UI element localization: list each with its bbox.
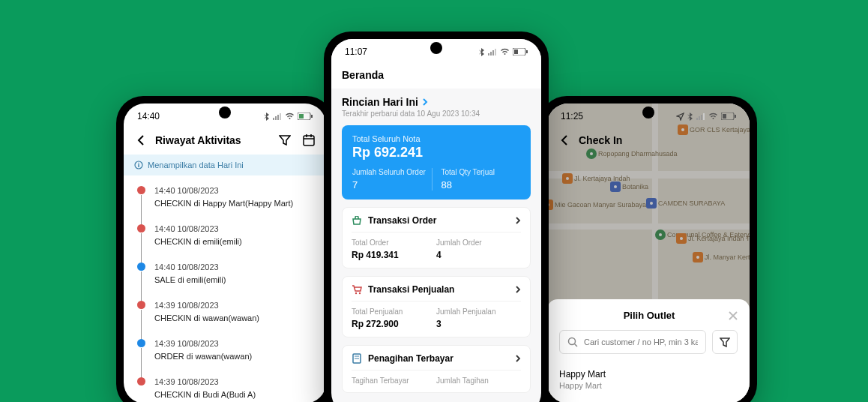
- summary-card: Total Seluruh Nota Rp 692.241 Jumlah Sel…: [342, 125, 531, 200]
- timeline-time: 14:40 10/08/2023: [154, 261, 226, 274]
- timeline-time: 14:40 10/08/2023: [154, 223, 242, 236]
- svg-rect-13: [138, 164, 139, 167]
- calendar-icon[interactable]: [302, 134, 316, 147]
- signal-icon: [696, 113, 705, 120]
- bluetooth-icon: [264, 112, 270, 121]
- chevron-right-icon: [516, 217, 521, 224]
- card-col1-label: Total Penjualan: [352, 308, 436, 316]
- svg-rect-36: [699, 116, 700, 120]
- card-title: Transaksi Order: [368, 215, 510, 226]
- phone-activity-history: 14:40 Riwayat Aktivitas: [116, 96, 334, 402]
- timeline-desc: SALE di emili(emili): [154, 274, 226, 286]
- info-banner: Menampilkan data Hari Ini: [124, 154, 326, 176]
- timeline-dot-icon: [137, 262, 145, 271]
- timeline-time: 14:39 10/08/2023: [154, 299, 259, 312]
- filter-button[interactable]: [712, 330, 738, 354]
- section-title: Rincian Hari Ini: [342, 96, 418, 108]
- timeline-desc: CHECKIN di Budi A(Budi A): [154, 388, 256, 401]
- battery-icon: [298, 112, 313, 120]
- summary-col1-label: Jumlah Seluruh Order: [352, 168, 432, 176]
- timeline-dot-icon: [137, 186, 145, 194]
- svg-rect-15: [490, 52, 492, 56]
- search-box[interactable]: [559, 330, 706, 354]
- svg-rect-1: [275, 116, 277, 120]
- header: Riwayat Aktivitas: [124, 126, 326, 154]
- timeline-item[interactable]: 14:40 10/08/2023 CHECKIN di Happy Mart(H…: [137, 184, 313, 223]
- svg-rect-17: [495, 49, 496, 56]
- card-title: Penagihan Terbayar: [368, 353, 510, 364]
- cart-icon: [352, 284, 362, 295]
- svg-line-43: [575, 344, 578, 347]
- invoice-icon: [352, 353, 362, 364]
- battery-icon: [513, 48, 528, 56]
- timeline-item[interactable]: 14:39 10/08/2023 CHECKIN di wawan(wawan): [137, 299, 313, 338]
- timeline-dot-icon: [137, 339, 145, 347]
- filter-icon[interactable]: [278, 134, 292, 147]
- svg-rect-2: [277, 115, 279, 120]
- section-subtitle: Terakhir perbarui data 10 Agu 2023 10:34: [331, 110, 541, 125]
- chevron-right-icon: [516, 355, 521, 362]
- location-icon: [676, 112, 684, 121]
- signal-icon: [273, 113, 282, 120]
- transaction-card: Penagihan Terbayar Tagihan Terbayar Juml…: [342, 345, 531, 393]
- close-icon[interactable]: [729, 311, 738, 320]
- transaction-card: Transaksi Order Total Order Rp 419.341 J…: [342, 207, 531, 268]
- card-col1-value: Rp 272.900: [352, 319, 436, 329]
- svg-rect-3: [280, 113, 281, 120]
- timeline-item[interactable]: 14:40 10/08/2023 CHECKIN di emili(emili): [137, 223, 313, 261]
- svg-rect-40: [735, 115, 736, 118]
- chevron-right-icon: [516, 286, 521, 293]
- card-header[interactable]: Penagihan Terbayar: [352, 353, 521, 370]
- info-text: Menampilkan data Hari Ini: [148, 160, 244, 170]
- card-header[interactable]: Transaksi Order: [352, 215, 521, 232]
- back-button[interactable]: [558, 134, 571, 147]
- card-title: Transaksi Penjualan: [368, 284, 510, 295]
- svg-rect-35: [696, 118, 698, 120]
- card-header[interactable]: Transaksi Penjualan: [352, 284, 521, 301]
- timeline-item[interactable]: 14:39 10/08/2023 ORDER di wawan(wawan): [137, 338, 313, 376]
- timeline-item[interactable]: 14:40 10/08/2023 SALE di emili(emili): [137, 261, 313, 299]
- svg-rect-37: [701, 115, 702, 120]
- phone-checkin: GOR CLS KertajayaRopopang DharmahusadaJl…: [540, 96, 757, 402]
- svg-rect-38: [703, 113, 705, 120]
- bluetooth-icon: [687, 112, 693, 121]
- timeline-desc: CHECKIN di Happy Mart(Happy Mart): [154, 197, 293, 210]
- sheet-title: Pilih Outlet: [570, 310, 729, 321]
- svg-point-42: [569, 338, 576, 345]
- card-col1-label: Tagihan Terbayar: [352, 376, 436, 385]
- card-col2-value: 3: [436, 319, 521, 329]
- section-header[interactable]: Rincian Hari Ini: [331, 88, 541, 110]
- timeline-item[interactable]: 14:39 10/08/2023 CHECKIN di Budi A(Budi …: [137, 376, 313, 402]
- header: Check In: [547, 126, 750, 154]
- search-icon: [567, 337, 578, 347]
- timeline-dot-icon: [137, 301, 145, 309]
- back-button[interactable]: [134, 134, 148, 147]
- card-col2-label: Jumlah Tagihan: [436, 376, 521, 385]
- phone-dashboard: 11:07 Beranda Rincian Hari Ini: [324, 32, 549, 402]
- outlet-sub: Happy Mart: [559, 381, 738, 390]
- status-time: 11:07: [345, 46, 367, 57]
- transaction-card: Transaksi Penjualan Total Penjualan Rp 2…: [342, 276, 531, 338]
- svg-rect-6: [299, 114, 304, 118]
- basket-icon: [352, 215, 362, 226]
- svg-rect-41: [723, 114, 726, 118]
- wifi-icon: [500, 48, 510, 56]
- outlet-picker-sheet: Pilih Outlet H: [547, 299, 750, 402]
- svg-rect-19: [526, 50, 528, 53]
- info-icon: [134, 160, 143, 170]
- card-col1-value: Rp 419.341: [352, 250, 436, 260]
- camera-notch: [219, 106, 231, 118]
- summary-label: Total Seluruh Nota: [352, 134, 520, 143]
- svg-rect-0: [273, 118, 274, 120]
- page-title: Riwayat Aktivitas: [155, 134, 271, 146]
- summary-col2-value: 88: [441, 179, 521, 190]
- svg-rect-14: [488, 53, 489, 56]
- outlet-item[interactable]: Happy Mart Happy Mart: [559, 366, 738, 393]
- timeline-time: 14:40 10/08/2023: [154, 184, 293, 197]
- timeline-desc: CHECKIN di wawan(wawan): [154, 312, 259, 325]
- wifi-icon: [708, 112, 718, 120]
- timeline-desc: CHECKIN di emili(emili): [154, 236, 242, 248]
- search-input[interactable]: [584, 338, 698, 346]
- camera-notch: [642, 106, 654, 118]
- page-title: Beranda: [342, 69, 531, 81]
